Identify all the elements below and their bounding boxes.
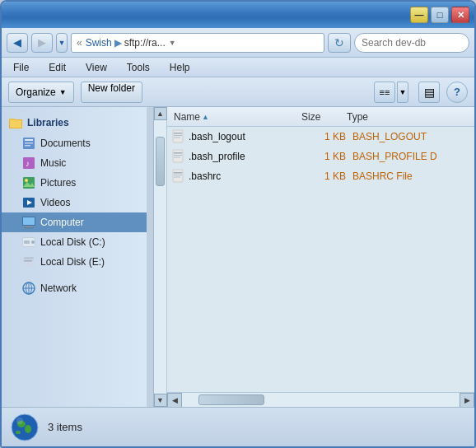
menu-tools[interactable]: Tools (124, 60, 153, 75)
col-header-size[interactable]: Size (298, 111, 343, 123)
h-scroll-right[interactable]: ▶ (460, 393, 474, 408)
scroll-down-arrow[interactable]: ▼ (154, 394, 167, 407)
svg-rect-18 (24, 227, 34, 229)
file-size-bash-logout: 1 KB (307, 131, 352, 142)
breadcrumb-swish[interactable]: Swish (86, 37, 112, 49)
h-scroll-track (182, 393, 460, 407)
sidebar-item-pictures[interactable]: Pictures (2, 173, 153, 193)
forward-button[interactable]: ▶ (31, 33, 53, 53)
scroll-thumb[interactable] (156, 137, 165, 186)
file-row-bash-profile[interactable]: .bash_profile 1 KB BASH_PROFILE D (167, 147, 474, 166)
file-icon-bashrc (170, 169, 185, 184)
file-list: .bash_logout 1 KB BASH_LOGOUT .bash_prof… (167, 127, 474, 392)
preview-button[interactable]: ▤ (418, 82, 440, 103)
sidebar-item-network[interactable]: Network (2, 278, 153, 298)
menu-view[interactable]: View (82, 60, 110, 75)
organize-button[interactable]: Organize ▼ (8, 82, 74, 103)
file-icon-bash-profile (170, 149, 185, 164)
minimize-button[interactable]: — (410, 7, 428, 23)
address-bar: ◀ ▶ ▼ « Swish ▶ sftp://ra... ▼ ↻ 🔍 (2, 28, 474, 58)
title-bar: — □ ✕ (2, 2, 474, 28)
svg-rect-25 (24, 260, 32, 262)
file-name-bash-logout: .bash_logout (189, 131, 307, 142)
file-vscrollbar[interactable]: ▲ ▼ (154, 107, 167, 407)
nav-dropdown[interactable]: ▼ (56, 33, 68, 53)
view-controls: ≡≡ ▼ (374, 82, 408, 103)
svg-rect-35 (174, 152, 182, 154)
sidebar-item-computer[interactable]: Computer (2, 212, 153, 232)
maximize-button[interactable]: □ (431, 7, 449, 23)
breadcrumb-dropdown-arrow: ▼ (169, 39, 176, 47)
svg-rect-40 (174, 175, 182, 175)
organize-label: Organize (16, 86, 56, 98)
sidebar: Libraries Documents ♪ (2, 107, 154, 407)
svg-text:♪: ♪ (26, 159, 30, 168)
svg-rect-37 (174, 157, 180, 158)
file-row-bashrc[interactable]: .bashrc 1 KB BASHRC File (167, 166, 474, 186)
window-controls: — □ ✕ (410, 7, 469, 23)
back-button[interactable]: ◀ (7, 33, 28, 53)
sidebar-item-music[interactable]: ♪ Music (2, 153, 153, 173)
col-header-name[interactable]: Name ▲ (170, 111, 298, 123)
view-toggle-button[interactable]: ▼ (397, 82, 408, 103)
h-scroll-thumb[interactable] (198, 394, 264, 405)
file-row-bash-logout[interactable]: .bash_logout 1 KB BASH_LOGOUT (167, 127, 474, 147)
help-button[interactable]: ? (446, 82, 468, 103)
pictures-label: Pictures (40, 177, 76, 189)
music-label: Music (40, 157, 66, 169)
network-icon (21, 281, 36, 296)
scroll-track (154, 120, 166, 394)
status-bar: 3 items (2, 407, 474, 446)
sidebar-item-local-disk-c[interactable]: Local Disk (C:) (2, 232, 153, 252)
sidebar-item-local-disk-e[interactable]: Local Disk (E:) (2, 252, 153, 272)
svg-rect-38 (173, 170, 183, 182)
file-name-bashrc: .bashrc (189, 170, 307, 182)
menu-help[interactable]: Help (166, 60, 194, 75)
computer-label: Computer (40, 217, 84, 228)
svg-rect-3 (10, 120, 21, 128)
computer-icon (21, 215, 36, 230)
file-size-bash-profile: 1 KB (307, 151, 352, 162)
sidebar-section-libraries[interactable]: Libraries (2, 112, 153, 133)
h-scrollbar[interactable]: ◀ ▶ (167, 392, 474, 407)
network-label: Network (40, 282, 77, 294)
name-sort-arrow: ▲ (202, 113, 209, 121)
col-header-type[interactable]: Type (343, 111, 471, 123)
refresh-button[interactable]: ↻ (328, 33, 351, 53)
scroll-up-arrow[interactable]: ▲ (154, 107, 167, 120)
h-scroll-left[interactable]: ◀ (167, 393, 182, 408)
breadcrumb-arrow-1: ▶ (114, 37, 122, 49)
new-folder-button[interactable]: New folder (81, 82, 142, 103)
file-type-bash-logout: BASH_LOGOUT (352, 131, 471, 142)
pictures-icon (21, 175, 36, 190)
toolbar: Organize ▼ New folder ≡≡ ▼ ▤ ? (2, 77, 474, 107)
file-name-bash-profile: .bash_profile (189, 151, 307, 162)
svg-rect-32 (174, 135, 182, 136)
sidebar-item-documents[interactable]: Documents (2, 133, 153, 153)
breadcrumb-sftp[interactable]: sftp://ra... (124, 37, 166, 49)
music-icon: ♪ (21, 156, 36, 170)
menu-file[interactable]: File (10, 60, 32, 75)
breadcrumb-bar[interactable]: « Swish ▶ sftp://ra... ▼ (71, 33, 324, 53)
local-disk-c-label: Local Disk (C:) (40, 236, 105, 248)
svg-rect-5 (25, 139, 33, 141)
status-item-count: 3 items (48, 421, 82, 433)
svg-rect-7 (25, 145, 30, 147)
videos-label: Videos (40, 197, 70, 208)
svg-point-46 (16, 431, 21, 434)
menu-edit[interactable]: Edit (45, 60, 69, 75)
svg-rect-30 (173, 130, 183, 142)
view-mode-button[interactable]: ≡≡ (374, 82, 395, 103)
svg-rect-24 (24, 257, 34, 259)
sidebar-item-videos[interactable]: Videos (2, 193, 153, 212)
search-input[interactable] (355, 37, 469, 49)
view-icon: ≡≡ (380, 87, 390, 97)
local-disk-c-icon (21, 235, 36, 250)
sidebar-scrollbar[interactable] (147, 107, 153, 407)
sidebar-spacer (2, 272, 153, 278)
file-type-bashrc: BASHRC File (352, 170, 471, 182)
local-disk-e-icon (21, 254, 36, 269)
close-button[interactable]: ✕ (451, 7, 469, 23)
search-bar[interactable]: 🔍 (354, 33, 469, 53)
libraries-folder-icon (8, 115, 23, 130)
